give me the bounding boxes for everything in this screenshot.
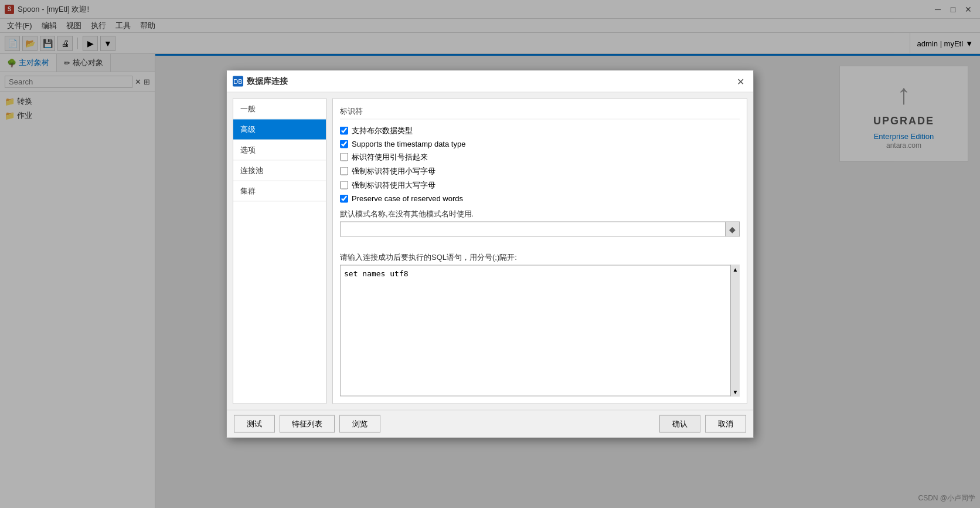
dialog-title-bar: DB 数据库连接 ✕: [227, 71, 753, 93]
sql-textarea[interactable]: set names utf8: [340, 265, 740, 397]
checkbox-bool: 支持布尔数据类型: [340, 126, 740, 136]
checkbox-quote-label: 标识符使用引号括起来: [352, 152, 428, 162]
checkbox-lowercase-label: 强制标识符使用小写字母: [352, 166, 435, 177]
checkbox-uppercase: 强制标识符使用大写字母: [340, 180, 740, 191]
confirm-button[interactable]: 确认: [659, 415, 700, 433]
checkbox-quote-input[interactable]: [340, 153, 348, 161]
section-identifier-title: 标识符: [340, 106, 740, 120]
browse-button[interactable]: 浏览: [339, 415, 380, 433]
default-schema-diamond-button[interactable]: ◆: [725, 222, 739, 236]
dialog-icon: DB: [233, 76, 243, 87]
checkbox-bool-label: 支持布尔数据类型: [352, 126, 413, 136]
scroll-up-icon[interactable]: ▲: [733, 266, 739, 273]
checkbox-preserve-input[interactable]: [340, 194, 348, 202]
nav-item-cluster[interactable]: 集群: [233, 181, 326, 202]
sql-area-container: set names utf8 ▲ ▼: [340, 265, 740, 397]
dialog-title-left: DB 数据库连接: [233, 76, 288, 87]
dialog-footer: 测试 特征列表 浏览 确认 取消: [227, 410, 753, 438]
features-button[interactable]: 特征列表: [280, 415, 335, 433]
checkbox-uppercase-input[interactable]: [340, 181, 348, 189]
dialog-body: 一般 高级 选项 连接池 集群 标识符 支持布尔数据类型 Supports th…: [227, 93, 753, 410]
footer-right-buttons: 确认 取消: [659, 415, 746, 433]
db-connection-dialog: DB 数据库连接 ✕ 一般 高级 选项 连接池 集群 标识符 支持布尔数据类型 …: [226, 70, 754, 438]
dialog-title: 数据库连接: [247, 76, 288, 87]
checkbox-uppercase-label: 强制标识符使用大写字母: [352, 180, 435, 191]
checkbox-timestamp-input[interactable]: [340, 140, 348, 148]
checkbox-lowercase-input[interactable]: [340, 167, 348, 175]
test-button[interactable]: 测试: [234, 415, 275, 433]
nav-item-advanced[interactable]: 高级: [233, 120, 326, 140]
sql-label: 请输入连接成功后要执行的SQL语句，用分号(;)隔开:: [340, 252, 740, 263]
dialog-close-button[interactable]: ✕: [733, 74, 747, 89]
checkbox-lowercase: 强制标识符使用小写字母: [340, 166, 740, 177]
footer-left-buttons: 测试 特征列表 浏览: [234, 415, 380, 433]
checkbox-timestamp: Supports the timestamp data type: [340, 140, 740, 148]
nav-item-options[interactable]: 选项: [233, 140, 326, 161]
dialog-nav: 一般 高级 选项 连接池 集群: [233, 99, 326, 404]
nav-item-connection-pool[interactable]: 连接池: [233, 161, 326, 181]
default-schema-label: 默认模式名称,在没有其他模式名时使用.: [340, 209, 740, 219]
scrollbar[interactable]: ▲ ▼: [730, 265, 740, 397]
checkbox-bool-input[interactable]: [340, 127, 348, 135]
checkbox-quote: 标识符使用引号括起来: [340, 152, 740, 162]
checkbox-timestamp-label: Supports the timestamp data type: [352, 140, 465, 148]
dialog-right-content: 标识符 支持布尔数据类型 Supports the timestamp data…: [332, 99, 747, 404]
checkbox-preserve-label: Preserve case of reserved words: [352, 194, 463, 203]
cancel-button[interactable]: 取消: [705, 415, 746, 433]
default-schema-input[interactable]: [341, 222, 725, 236]
nav-item-general[interactable]: 一般: [233, 99, 326, 120]
checkbox-preserve: Preserve case of reserved words: [340, 194, 740, 203]
default-schema-input-row: ◆: [340, 222, 740, 237]
scroll-down-icon[interactable]: ▼: [733, 389, 739, 395]
